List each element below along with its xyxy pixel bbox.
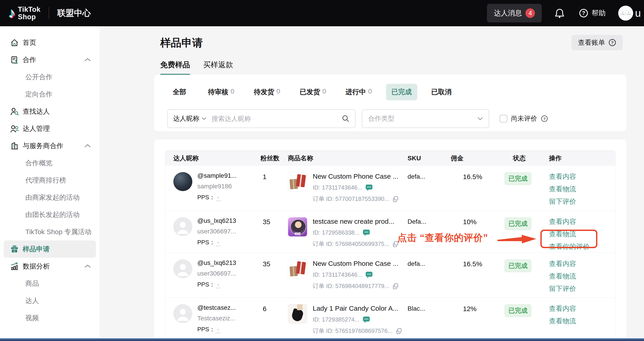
sidebar-item-leader-campaigns[interactable]: 由团长发起的活动 xyxy=(0,206,100,223)
commission-value: 16.5% xyxy=(451,172,504,211)
product-thumbnail[interactable]: 锦鲤 xyxy=(288,217,307,237)
search-input[interactable] xyxy=(212,115,337,123)
search-field-selector[interactable]: 达人昵称 xyxy=(173,114,206,123)
order-id: 订单 ID: 577007187553390... xyxy=(313,195,389,203)
view-bill-button[interactable]: 查看账单 ? xyxy=(572,35,623,50)
help-question-icon[interactable]: ? xyxy=(541,115,548,122)
help-button[interactable]: ? 帮助 xyxy=(579,8,606,18)
user-avatar[interactable]: +上传图片 +上传图片 xyxy=(618,6,633,21)
creator-handle[interactable]: @us_lxq6213 xyxy=(197,259,236,266)
view-content-link[interactable]: 查看内容 xyxy=(549,172,607,181)
sidebar-item-service-providers[interactable]: 与服务商合作 xyxy=(0,137,100,154)
view-logistics-link[interactable]: 查看物流 xyxy=(549,316,607,326)
product-name[interactable]: testcase new create prod... xyxy=(313,217,399,225)
chevron-up-icon xyxy=(84,144,91,148)
creator-username: user306697... xyxy=(197,270,236,277)
creator-username: user306697... xyxy=(197,228,236,235)
sidebar-item-sample-requests[interactable]: 样品申请 xyxy=(4,240,96,258)
chip-all[interactable]: 全部 xyxy=(167,84,194,100)
sku-value: defa... xyxy=(408,172,451,211)
chip-in-progress[interactable]: 进行中0 xyxy=(340,84,378,100)
fans-count: 35 xyxy=(260,259,288,297)
product-name[interactable]: New Custom Phone Case ... xyxy=(313,172,399,180)
product-thumbnail[interactable] xyxy=(288,304,307,323)
creator-username: Testcaseziz... xyxy=(197,315,236,322)
order-id: 订单 ID: 5765197608697576... xyxy=(313,327,392,335)
chip-cancelled[interactable]: 已取消 xyxy=(426,84,457,100)
sidebar-item-find-creators[interactable]: 查找达人 xyxy=(0,103,100,120)
sidebar-item-products[interactable]: 商品 xyxy=(0,275,100,292)
view-content-link[interactable]: 查看内容 xyxy=(549,259,607,268)
creator-avatar[interactable] xyxy=(173,217,192,236)
chip-to-ship[interactable]: 待发货0 xyxy=(248,84,286,100)
not-reviewed-filter: 尚未评价 ? xyxy=(500,114,548,123)
person-placeholder-icon xyxy=(173,304,192,323)
sidebar-item-merchant-campaigns[interactable]: 由商家发起的活动 xyxy=(0,189,100,206)
sidebar-item-home[interactable]: 首页 xyxy=(0,34,100,51)
product-thumbnail[interactable] xyxy=(288,172,307,192)
creator-avatar[interactable] xyxy=(173,259,192,278)
product-name[interactable]: New Custom Phone Case ... xyxy=(313,259,399,267)
chat-bubble-icon[interactable] xyxy=(363,316,370,323)
notification-bell-icon[interactable] xyxy=(554,8,565,18)
annotation-text: 点击 “查看你的评价” xyxy=(397,231,488,244)
not-reviewed-checkbox[interactable] xyxy=(500,115,507,123)
chevron-down-icon xyxy=(202,117,206,120)
creator-avatar[interactable] xyxy=(173,172,192,191)
sidebar-nav: 首页 合作 公开合作 定向合作 查找达人 xyxy=(0,26,100,341)
tab-sample-refund[interactable]: 买样返款 xyxy=(203,60,233,75)
sidebar-item-collaboration[interactable]: 合作 xyxy=(0,51,100,68)
view-content-link[interactable]: 查看内容 xyxy=(549,304,607,313)
copy-icon[interactable] xyxy=(392,283,399,289)
main-content: 样品申请 查看账单 ? 免费样品 买样返款 全部 待审核0 待发货0 已发货0 xyxy=(100,26,644,341)
product-name[interactable]: Lady 1 Pair Candy Color A... xyxy=(313,304,402,312)
creator-handle[interactable]: @sample91... xyxy=(197,172,236,179)
leave-review-link[interactable]: 留下评价 xyxy=(549,284,607,293)
creator-avatar[interactable] xyxy=(173,304,192,323)
view-content-link[interactable]: 查看内容 xyxy=(549,217,607,226)
order-id: 订单 ID: 576984048917779... xyxy=(313,282,389,290)
tiktok-shop-logo[interactable]: ♪ TikTok Shop xyxy=(8,6,40,21)
chip-pending-review[interactable]: 待审核0 xyxy=(202,84,240,100)
topbar-right: 达人消息 4 ? 帮助 +上传图片 +上传图片 u xyxy=(487,4,641,23)
creator-pps: PPS：- xyxy=(197,238,236,246)
sidebar-item-collab-overview[interactable]: 合作概览 xyxy=(0,154,100,172)
chip-completed[interactable]: 已完成 xyxy=(386,84,417,100)
view-logistics-link[interactable]: 查看物流 xyxy=(549,230,607,239)
copy-icon[interactable] xyxy=(392,196,399,202)
topbar: ♪ TikTok Shop 联盟中心 达人消息 4 ? 帮助 +上传图 xyxy=(0,0,644,26)
search-icon[interactable] xyxy=(342,115,350,123)
header-actions: 操作 xyxy=(549,154,607,163)
sidebar-item-agency-ranking[interactable]: 代理商排行榜 xyxy=(0,172,100,189)
sidebar-item-creators[interactable]: 达人 xyxy=(0,292,100,309)
creator-pps: PPS：- xyxy=(197,325,236,333)
brand-text: TikTok Shop xyxy=(18,6,40,21)
view-your-review-link[interactable]: 查看你的评价 xyxy=(549,242,607,251)
sidebar-item-videos[interactable]: 视频 xyxy=(0,309,100,326)
sidebar-item-targeted-collab[interactable]: 定向合作 xyxy=(0,86,100,103)
tab-free-samples[interactable]: 免费样品 xyxy=(160,60,190,75)
chat-bubble-icon[interactable] xyxy=(363,229,370,236)
filter-card: 全部 待审核0 待发货0 已发货0 进行中0 已完成 已取消 xyxy=(154,75,626,131)
sidebar-item-open-collab[interactable]: 公开合作 xyxy=(0,68,100,86)
creator-handle[interactable]: @us_lxq6213 xyxy=(197,217,236,224)
gift-icon xyxy=(10,245,19,253)
view-logistics-link[interactable]: 查看物流 xyxy=(549,185,607,194)
sidebar-item-tts-exclusive-campaigns[interactable]: TikTok Shop 专属活动 xyxy=(0,223,100,240)
copy-icon[interactable] xyxy=(396,328,402,334)
chat-bubble-icon[interactable] xyxy=(366,271,373,278)
sidebar-item-creator-management[interactable]: 达人管理 xyxy=(0,120,100,137)
creator-messages-button[interactable]: 达人消息 4 xyxy=(487,4,542,23)
sidebar-item-data-analytics[interactable]: 数据分析 xyxy=(0,258,100,275)
view-logistics-link[interactable]: 查看物流 xyxy=(549,272,607,281)
chat-bubble-icon[interactable] xyxy=(366,184,373,191)
product-thumbnail[interactable] xyxy=(288,259,307,279)
collab-type-select[interactable]: 合作类型 xyxy=(362,109,489,128)
status-badge: 已完成 xyxy=(504,259,532,272)
chip-shipped[interactable]: 已发货0 xyxy=(294,84,332,100)
creator-username: sample9186 xyxy=(197,183,236,190)
home-icon xyxy=(10,38,19,47)
leave-review-link[interactable]: 留下评价 xyxy=(549,197,607,206)
tiktok-note-icon: ♪ xyxy=(8,6,16,20)
creator-handle[interactable]: @testcasez... xyxy=(197,304,236,311)
